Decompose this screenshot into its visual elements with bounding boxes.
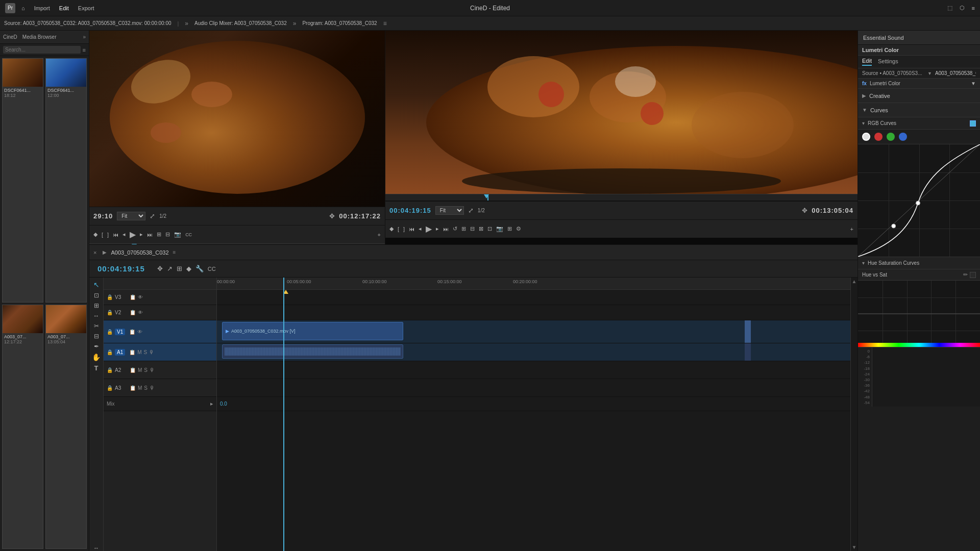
source-expand-icon[interactable]: ⤢: [150, 212, 155, 220]
mark-icon[interactable]: ⊞: [177, 265, 182, 272]
slip-tool[interactable]: ⊟: [94, 333, 99, 340]
home-menu[interactable]: ⌂: [21, 5, 25, 11]
step-back-icon-prog[interactable]: ◂: [419, 226, 422, 232]
track-solo-a1[interactable]: S: [144, 349, 148, 355]
captions-icon[interactable]: CC: [185, 232, 192, 237]
track-lock-v1[interactable]: 🔒: [107, 329, 113, 335]
clip-mark-icon[interactable]: ◆: [186, 265, 191, 272]
arrow-tool[interactable]: ↖: [93, 281, 100, 289]
razor-tool[interactable]: ✂: [94, 322, 99, 330]
tab-cined[interactable]: CineD: [3, 34, 17, 40]
hue-sat-graph[interactable]: [858, 281, 980, 347]
track-solo-a3[interactable]: S: [144, 385, 148, 391]
green-channel-btn[interactable]: [887, 133, 895, 141]
out-point-icon[interactable]: ]: [107, 232, 109, 238]
red-channel-btn[interactable]: [874, 133, 883, 141]
program-fit-select[interactable]: Fit 25% 50% 100%: [435, 206, 464, 215]
scroll-up-icon[interactable]: ▲: [851, 278, 857, 285]
track-mic-a1[interactable]: 🎙: [149, 349, 154, 355]
track-eye-v3[interactable]: 👁: [138, 294, 143, 300]
list-view-icon[interactable]: ≡: [83, 47, 86, 53]
track-mute-a2[interactable]: M: [138, 367, 142, 373]
track-add-a1[interactable]: 📋: [129, 349, 135, 355]
captions-icon-tl[interactable]: CC: [208, 266, 216, 272]
track-target-v1[interactable]: V1: [115, 329, 125, 335]
track-add-v3[interactable]: 📋: [130, 294, 136, 300]
creative-section-header[interactable]: ▶ Creative: [858, 89, 980, 103]
hue-vs-sat-checkbox[interactable]: [970, 272, 976, 278]
white-channel-btn[interactable]: [862, 133, 870, 141]
track-lock-a3[interactable]: 🔒: [107, 385, 113, 391]
track-eye-v2[interactable]: 👁: [138, 310, 143, 315]
insert-icon-prog[interactable]: ⊞: [461, 226, 466, 232]
rgb-curves-enable-checkbox[interactable]: [970, 120, 976, 127]
timeline-close[interactable]: ×: [93, 249, 96, 256]
link-icon[interactable]: ↗: [167, 265, 173, 272]
list-item[interactable]: DSCF0641... 12:00: [45, 58, 87, 303]
scroll-down-icon[interactable]: ▼: [851, 543, 857, 551]
in-point-icon-prog[interactable]: [: [398, 226, 399, 232]
track-lock-v3[interactable]: 🔒: [107, 294, 113, 300]
go-in-icon[interactable]: ⏮: [113, 232, 118, 238]
tab-edit[interactable]: Edit: [862, 58, 872, 66]
camera-icon[interactable]: 📷: [174, 231, 181, 238]
track-solo-a2[interactable]: S: [144, 367, 148, 373]
panel-menu-dots[interactable]: »: [83, 34, 86, 40]
out-point-icon-prog[interactable]: ]: [403, 226, 405, 232]
track-add-a3[interactable]: 📋: [130, 385, 136, 391]
audio-end-handle[interactable]: [745, 343, 751, 361]
source-dropdown-arrow[interactable]: ▼: [927, 71, 932, 76]
sequence-menu[interactable]: ≡: [173, 249, 176, 255]
rgb-curves-header[interactable]: ▾ RGB Curves: [858, 117, 980, 130]
add-marker-icon[interactable]: ◆: [93, 231, 97, 238]
wrench-icon[interactable]: 🔧: [195, 265, 204, 272]
share-icon[interactable]: ⬡: [960, 5, 965, 11]
hand-tool[interactable]: ✋: [92, 353, 101, 361]
select-tool[interactable]: ⊡: [94, 292, 99, 299]
camera-icon-prog[interactable]: 📷: [496, 226, 503, 232]
tab-media-browser[interactable]: Media Browser: [22, 34, 57, 40]
extract-icon[interactable]: ⊠: [479, 226, 483, 232]
track-content-v3[interactable]: [217, 290, 850, 305]
maximize-icon[interactable]: ⬚: [947, 5, 952, 11]
play-icon-prog[interactable]: ▶: [426, 224, 432, 234]
timeline-playhead[interactable]: [283, 278, 284, 551]
add-prog-icon[interactable]: +: [850, 226, 853, 232]
curves-section-header[interactable]: ▼ Curves: [858, 103, 980, 117]
track-lock-a2[interactable]: 🔒: [107, 367, 113, 373]
step-fwd-icon-prog[interactable]: ▸: [436, 226, 439, 232]
program-expand-icon[interactable]: ⤢: [468, 207, 474, 214]
edit-menu[interactable]: Edit: [59, 5, 69, 11]
lift-icon[interactable]: ⊡: [487, 226, 492, 232]
program-menu-icon[interactable]: ≡: [383, 20, 387, 27]
track-content-v2[interactable]: [217, 305, 850, 320]
list-item[interactable]: A003_07... 13:05:04: [45, 305, 87, 549]
video-clip[interactable]: ▶ A003_07050538_C032.mov [V]: [222, 322, 403, 340]
menu-icon[interactable]: ≡: [972, 5, 975, 11]
track-mute-a3[interactable]: M: [138, 385, 142, 391]
track-add-v2[interactable]: 📋: [130, 310, 136, 315]
clip-end-handle[interactable]: [745, 320, 751, 343]
blue-channel-btn[interactable]: [899, 133, 907, 141]
search-input[interactable]: [3, 46, 81, 54]
track-content-a3[interactable]: [217, 379, 850, 397]
mix-expand-icon[interactable]: ▸: [210, 400, 213, 407]
loop-icon-prog[interactable]: ↺: [453, 226, 457, 232]
track-lock-v2[interactable]: 🔒: [107, 310, 113, 315]
track-add-a2[interactable]: 📋: [130, 367, 136, 373]
go-out-icon-prog[interactable]: ⏭: [443, 226, 449, 232]
source-expand-btn[interactable]: »: [185, 20, 188, 27]
type-tool[interactable]: T: [94, 364, 99, 372]
settings-icon[interactable]: ⚙: [516, 226, 521, 232]
program-tool-icon[interactable]: ✥: [802, 207, 807, 214]
track-mute-a1[interactable]: M: [137, 349, 141, 355]
import-menu[interactable]: Import: [34, 5, 50, 11]
curves-graph[interactable]: [858, 144, 980, 257]
source-tool-icon[interactable]: ✥: [329, 212, 335, 220]
step-back-icon[interactable]: ◂: [122, 231, 126, 238]
ripple-tool[interactable]: ⊞: [94, 302, 99, 309]
track-content-a2[interactable]: [217, 361, 850, 379]
multi-cam-icon[interactable]: ⊞: [507, 226, 512, 232]
track-content-a1[interactable]: [217, 343, 850, 361]
fx-dropdown-arrow[interactable]: ▼: [971, 81, 976, 86]
